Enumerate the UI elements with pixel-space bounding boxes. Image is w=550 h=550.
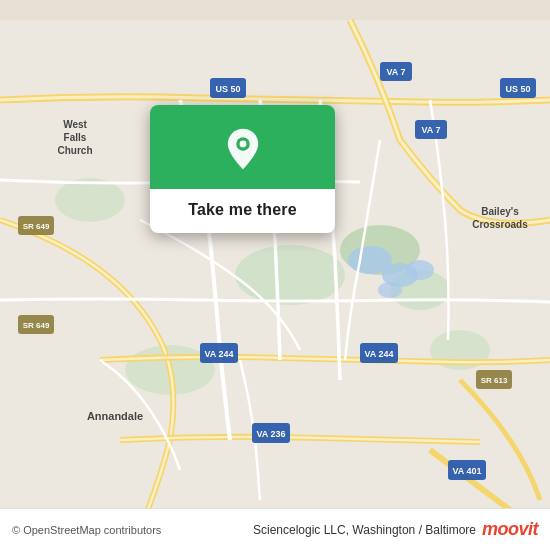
svg-text:VA 244: VA 244 — [364, 349, 393, 359]
svg-point-10 — [406, 260, 434, 280]
popup-green-section — [150, 105, 335, 189]
svg-text:VA 401: VA 401 — [452, 466, 481, 476]
copyright-text: © OpenStreetMap contributors — [12, 524, 161, 536]
map-background: US 50 VA 7 US 50 VA 7 SR 649 SR 649 VA 2… — [0, 0, 550, 550]
take-me-there-button[interactable]: Take me there — [188, 201, 297, 218]
svg-text:SR 613: SR 613 — [481, 376, 508, 385]
svg-text:Crossroads: Crossroads — [472, 219, 528, 230]
company-info: Sciencelogic LLC, Washington / Baltimore… — [253, 519, 538, 540]
company-name: Sciencelogic LLC, Washington / Baltimore — [253, 523, 476, 537]
svg-text:Bailey's: Bailey's — [481, 206, 519, 217]
svg-text:SR 649: SR 649 — [23, 321, 50, 330]
map-container: US 50 VA 7 US 50 VA 7 SR 649 SR 649 VA 2… — [0, 0, 550, 550]
svg-point-1 — [235, 245, 345, 305]
svg-text:SR 649: SR 649 — [23, 222, 50, 231]
svg-text:Church: Church — [58, 145, 93, 156]
bottom-bar: © OpenStreetMap contributors Sciencelogi… — [0, 508, 550, 550]
svg-text:West: West — [63, 119, 87, 130]
location-pin-icon — [221, 127, 265, 171]
moovit-logo: moovit — [482, 519, 538, 540]
svg-text:US 50: US 50 — [505, 84, 530, 94]
svg-point-11 — [378, 282, 402, 298]
popup-label-section: Take me there — [150, 189, 335, 233]
svg-text:Falls: Falls — [64, 132, 87, 143]
moovit-logo-text: moovit — [482, 519, 538, 540]
svg-point-41 — [239, 141, 246, 148]
svg-text:VA 7: VA 7 — [421, 125, 440, 135]
location-popup[interactable]: Take me there — [150, 105, 335, 233]
svg-text:VA 244: VA 244 — [204, 349, 233, 359]
svg-text:US 50: US 50 — [215, 84, 240, 94]
svg-text:VA 7: VA 7 — [386, 67, 405, 77]
svg-text:VA 236: VA 236 — [256, 429, 285, 439]
svg-text:Annandale: Annandale — [87, 410, 143, 422]
